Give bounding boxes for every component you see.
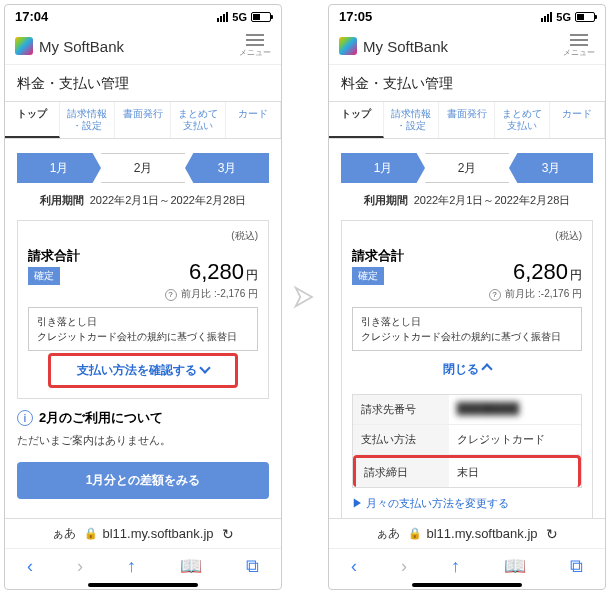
brand[interactable]: My SoftBank: [339, 37, 448, 55]
close-payment-button[interactable]: 閉じる: [352, 351, 582, 388]
table-row: 支払い方法 クレジットカード: [353, 425, 581, 455]
total-label: 請求合計: [28, 247, 80, 265]
tab-top[interactable]: トップ: [329, 102, 384, 138]
reload-icon[interactable]: ↻: [222, 526, 234, 542]
debit-note: 引き落とし日 クレジットカード会社の規約に基づく振替日: [352, 307, 582, 351]
phone-right: 17:05 5G My SoftBank メニュー 料金・支払い管理 トップ 請…: [328, 4, 606, 590]
back-icon[interactable]: ‹: [351, 556, 357, 577]
table-row-highlight: 請求締日 末日: [353, 455, 581, 487]
logo-icon: [339, 37, 357, 55]
browser-nav: ‹ › ↑ 📖 ⧉: [329, 548, 605, 579]
reload-icon[interactable]: ↻: [546, 526, 558, 542]
url-bar: ぁあ 🔒 bl11.my.softbank.jp ↻: [329, 518, 605, 548]
network: 5G: [232, 11, 247, 23]
signal-icon: [541, 12, 552, 22]
text-size-button[interactable]: ぁあ: [52, 525, 76, 542]
page-title: 料金・支払い管理: [329, 65, 605, 101]
tax-label: (税込): [352, 229, 582, 243]
tab-card[interactable]: カード: [550, 102, 605, 138]
tabs-icon[interactable]: ⧉: [246, 556, 259, 577]
url-text: bl11.my.softbank.jp: [102, 526, 213, 541]
text-size-button[interactable]: ぁあ: [376, 525, 400, 542]
network: 5G: [556, 11, 571, 23]
browser-nav: ‹ › ↑ 📖 ⧉: [5, 548, 281, 579]
app-header: My SoftBank メニュー: [5, 28, 281, 65]
month-bar: 1月 2月 3月: [17, 153, 269, 183]
home-indicator: [412, 583, 522, 587]
info-icon[interactable]: ?: [165, 289, 177, 301]
url-box[interactable]: 🔒 bl11.my.softbank.jp: [408, 526, 537, 541]
tab-billing[interactable]: 請求情報 ・設定: [60, 102, 115, 138]
lock-icon: 🔒: [408, 527, 422, 540]
tabs-icon[interactable]: ⧉: [570, 556, 583, 577]
bill-card: (税込) 請求合計 確定 6,280円 ? 前月比 :-2,176 円 引き落と…: [17, 220, 269, 399]
tab-document[interactable]: 書面発行: [115, 102, 170, 138]
tax-label: (税込): [28, 229, 258, 243]
content: 1月 2月 3月 利用期間2022年2月1日～2022年2月28日 (税込) 請…: [329, 139, 605, 518]
usage-heading: i 2月のご利用について: [17, 409, 269, 427]
menu-button[interactable]: メニュー: [239, 34, 271, 58]
bill-card: (税込) 請求合計 確定 6,280円 ? 前月比 :-2,176 円 引き落と…: [341, 220, 593, 518]
period-value: 2022年2月1日～2022年2月28日: [414, 194, 571, 206]
period-label: 利用期間: [40, 194, 84, 206]
url-bar: ぁあ 🔒 bl11.my.softbank.jp ↻: [5, 518, 281, 548]
debit-note: 引き落とし日 クレジットカード会社の規約に基づく振替日: [28, 307, 258, 351]
tabs: トップ 請求情報 ・設定 書面発行 まとめて 支払い カード: [5, 101, 281, 139]
phone-left: 17:04 5G My SoftBank メニュー 料金・支払い管理 トップ 請…: [4, 4, 282, 590]
content: 1月 2月 3月 利用期間2022年2月1日～2022年2月28日 (税込) 請…: [5, 139, 281, 518]
tab-combined[interactable]: まとめて 支払い: [171, 102, 226, 138]
period: 利用期間2022年2月1日～2022年2月28日: [341, 187, 593, 214]
signal-icon: [217, 12, 228, 22]
hamburger-icon: [246, 34, 264, 46]
highlight-expand: 支払い方法を確認する: [48, 353, 238, 388]
month-mar[interactable]: 3月: [185, 153, 269, 183]
total-label: 請求合計: [352, 247, 404, 265]
battery-icon: [575, 12, 595, 22]
compare-button[interactable]: 1月分との差額をみる: [17, 462, 269, 499]
app-header: My SoftBank メニュー: [329, 28, 605, 65]
brand[interactable]: My SoftBank: [15, 37, 124, 55]
tab-combined[interactable]: まとめて 支払い: [495, 102, 550, 138]
logo-icon: [15, 37, 33, 55]
menu-label: メニュー: [563, 47, 595, 58]
month-jan[interactable]: 1月: [17, 153, 101, 183]
tabs: トップ 請求情報 ・設定 書面発行 まとめて 支払い カード: [329, 101, 605, 139]
status-badge: 確定: [28, 267, 60, 285]
back-icon[interactable]: ‹: [27, 556, 33, 577]
tab-billing[interactable]: 請求情報 ・設定: [384, 102, 439, 138]
month-mar[interactable]: 3月: [509, 153, 593, 183]
status-bar: 17:04 5G: [5, 5, 281, 28]
total-amount: 6,280円: [513, 259, 582, 285]
clock: 17:04: [15, 9, 48, 24]
change-payment-link[interactable]: ▶ 月々の支払い方法を変更する: [352, 496, 582, 511]
month-feb[interactable]: 2月: [425, 153, 509, 183]
tab-top[interactable]: トップ: [5, 102, 60, 138]
url-box[interactable]: 🔒 bl11.my.softbank.jp: [84, 526, 213, 541]
forward-icon[interactable]: ›: [401, 556, 407, 577]
arrow-icon: [290, 283, 320, 311]
forward-icon[interactable]: ›: [77, 556, 83, 577]
info-icon[interactable]: ?: [489, 289, 501, 301]
bookmarks-icon[interactable]: 📖: [504, 555, 526, 577]
status-right: 5G: [541, 11, 595, 23]
info-circle-icon: i: [17, 410, 33, 426]
brand-text: My SoftBank: [39, 38, 124, 55]
month-jan[interactable]: 1月: [341, 153, 425, 183]
battery-icon: [251, 12, 271, 22]
compare: ? 前月比 :-2,176 円: [28, 287, 258, 301]
brand-text: My SoftBank: [363, 38, 448, 55]
menu-button[interactable]: メニュー: [563, 34, 595, 58]
bookmarks-icon[interactable]: 📖: [180, 555, 202, 577]
tab-document[interactable]: 書面発行: [439, 102, 494, 138]
url-text: bl11.my.softbank.jp: [426, 526, 537, 541]
share-icon[interactable]: ↑: [451, 556, 460, 577]
expand-payment-button[interactable]: 支払い方法を確認する: [51, 362, 235, 379]
menu-label: メニュー: [239, 47, 271, 58]
period-value: 2022年2月1日～2022年2月28日: [90, 194, 247, 206]
tab-card[interactable]: カード: [226, 102, 281, 138]
status-badge: 確定: [352, 267, 384, 285]
share-icon[interactable]: ↑: [127, 556, 136, 577]
lock-icon: 🔒: [84, 527, 98, 540]
usage-text: ただいまご案内はありません。: [17, 433, 269, 448]
month-feb[interactable]: 2月: [101, 153, 185, 183]
